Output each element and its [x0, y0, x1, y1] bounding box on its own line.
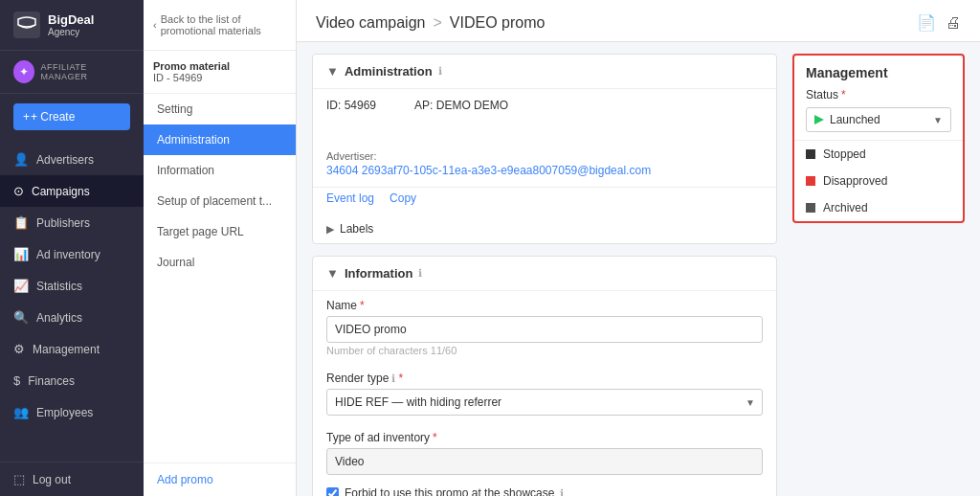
promo-material-label: Promo material [153, 60, 286, 72]
logo-text: BigDeal Agency [48, 12, 94, 37]
affiliate-icon: ✦ [13, 60, 34, 83]
document-icon-button[interactable]: 📄 [917, 13, 936, 32]
add-promo-link[interactable]: Add promo [144, 462, 296, 496]
ad-inventory-input [326, 448, 763, 475]
sidebar-item-advertisers[interactable]: 👤 Advertisers [0, 144, 144, 175]
print-icon-button[interactable]: 🖨 [946, 13, 961, 32]
left-nav-setting[interactable]: Setting [144, 94, 296, 124]
status-list: Stopped Disapproved Archived [794, 140, 963, 221]
sidebar-item-ad-inventory[interactable]: 📊 Ad inventory [0, 238, 144, 270]
management-required-star: * [841, 88, 846, 101]
admin-details-row: ID: 54969 AP: DEMO DEMO Advertiser: 3460… [313, 89, 776, 188]
employees-icon: 👥 [13, 405, 29, 419]
information-header: ▼ Information ℹ [313, 257, 776, 291]
administration-header: ▼ Administration ℹ [313, 55, 776, 89]
affiliate-label: AFFILIATE MANAGER [40, 62, 130, 81]
sidebar-item-statistics[interactable]: 📈 Statistics [0, 270, 144, 302]
left-nav-journal[interactable]: Journal [144, 247, 296, 278]
sidebar-item-management[interactable]: ⚙ Management [0, 333, 144, 365]
labels-text: Labels [340, 222, 373, 236]
sidebar-item-campaigns[interactable]: ⊙ Campaigns [0, 175, 144, 207]
admin-id-value: ID: 54969 [326, 99, 376, 112]
admin-info-icon: ℹ [438, 65, 442, 78]
event-log-link[interactable]: Event log [326, 192, 374, 205]
advertisers-icon: 👤 [13, 152, 29, 167]
left-panel-nav: Setting Administration Information Setup… [144, 94, 296, 462]
dropdown-arrow-icon: ▼ [933, 115, 943, 125]
stopped-label: Stopped [823, 147, 866, 161]
admin-advertiser-field: Advertiser: 34604 2693af70-105c-11ea-a3e… [326, 150, 651, 177]
campaigns-icon: ⊙ [13, 184, 24, 198]
admin-advertiser-link[interactable]: 34604 2693af70-105c-11ea-a3e3-e9eaa80070… [326, 164, 651, 177]
admin-id-field: ID: 54969 [326, 99, 376, 112]
logo-icon [13, 11, 40, 38]
archived-label: Archived [823, 201, 868, 214]
sidebar-item-finances[interactable]: $ Finances [0, 365, 144, 396]
admin-collapse-icon[interactable]: ▼ [326, 64, 339, 79]
admin-section-title: Administration [345, 64, 433, 79]
ad-inventory-required-star: * [433, 431, 437, 444]
admin-action-links: Event log Copy [313, 188, 776, 214]
name-label: Name * [326, 299, 763, 312]
forbid-info-icon: ℹ [560, 487, 564, 497]
administration-section: ▼ Administration ℹ ID: 54969 AP: DEMO DE… [312, 54, 777, 244]
admin-ap-value: AP: DEMO DEMO [414, 99, 508, 112]
disapproved-label: Disapproved [823, 174, 887, 188]
chevron-left-icon: ‹ [153, 19, 157, 31]
affiliate-section: ✦ AFFILIATE MANAGER [0, 51, 144, 94]
create-plus-icon: + [23, 110, 30, 124]
sidebar-item-publishers[interactable]: 📋 Publishers [0, 207, 144, 238]
back-button[interactable]: ‹ Back to the list of promotional materi… [144, 0, 296, 51]
sidebar-item-employees[interactable]: 👥 Employees [0, 396, 144, 428]
info-collapse-icon[interactable]: ▼ [326, 266, 339, 281]
name-required-star: * [360, 299, 365, 312]
content-and-panel: ▼ Administration ℹ ID: 54969 AP: DEMO DE… [297, 42, 980, 496]
left-nav-target-page[interactable]: Target page URL [144, 216, 296, 247]
copy-link[interactable]: Copy [390, 192, 416, 205]
char-count: Number of characters 11/60 [326, 345, 763, 356]
forbid-label: Forbid to use this promo at the showcase [345, 486, 554, 496]
management-panel: Management Status * Launched ▼ Stopped D… [792, 54, 965, 223]
admin-advertiser-label: Advertiser: [326, 150, 651, 162]
sidebar: BigDeal Agency ✦ AFFILIATE MANAGER + + C… [0, 0, 144, 496]
statistics-icon: 📈 [13, 279, 29, 293]
info-section-title: Information [345, 266, 413, 281]
promo-info: Promo material ID - 54969 [144, 51, 296, 94]
sidebar-nav: 👤 Advertisers ⊙ Campaigns 📋 Publishers 📊… [0, 140, 144, 462]
breadcrumb-campaign: Video campaign [316, 14, 425, 32]
create-button[interactable]: + + Create [13, 103, 130, 130]
logout-item[interactable]: ⬚ Log out [0, 462, 144, 496]
sidebar-item-analytics[interactable]: 🔍 Analytics [0, 302, 144, 333]
finances-icon: $ [13, 373, 20, 388]
logout-icon: ⬚ [13, 472, 25, 486]
forbid-checkbox[interactable] [326, 487, 339, 497]
status-option-stopped[interactable]: Stopped [794, 141, 963, 168]
render-type-select-wrapper: HIDE REF — with hiding referrer ▼ [326, 389, 763, 416]
analytics-icon: 🔍 [13, 310, 29, 325]
admin-ap-field: AP: DEMO DEMO [414, 99, 508, 112]
render-type-label: Render type ℹ * [326, 372, 763, 385]
status-option-disapproved[interactable]: Disapproved [794, 168, 963, 194]
management-icon: ⚙ [13, 342, 25, 356]
render-type-select[interactable]: HIDE REF — with hiding referrer [326, 389, 763, 416]
breadcrumb-separator: > [433, 14, 441, 32]
left-nav-administration[interactable]: Administration [144, 124, 296, 155]
left-nav-setup[interactable]: Setup of placement t... [144, 186, 296, 216]
ad-inventory-group: Type of ad inventory * [313, 423, 776, 483]
labels-row[interactable]: ▶ Labels [313, 214, 776, 243]
status-option-archived[interactable]: Archived [794, 194, 963, 221]
publishers-icon: 📋 [13, 215, 29, 230]
render-type-group: Render type ℹ * HIDE REF — with hiding r… [313, 364, 776, 423]
render-type-required-star: * [398, 372, 403, 385]
info-info-icon: ℹ [418, 267, 422, 280]
management-title: Management [794, 56, 963, 86]
left-panel: ‹ Back to the list of promotional materi… [144, 0, 297, 496]
status-dropdown[interactable]: Launched ▼ [806, 107, 951, 132]
management-status-label: Status * [794, 86, 963, 107]
left-nav-information[interactable]: Information [144, 155, 296, 186]
ad-inventory-icon: 📊 [13, 247, 29, 261]
breadcrumb-actions: 📄 🖨 [917, 13, 961, 32]
logo: BigDeal Agency [0, 0, 144, 51]
name-input[interactable] [326, 316, 763, 343]
stopped-indicator [806, 149, 815, 159]
